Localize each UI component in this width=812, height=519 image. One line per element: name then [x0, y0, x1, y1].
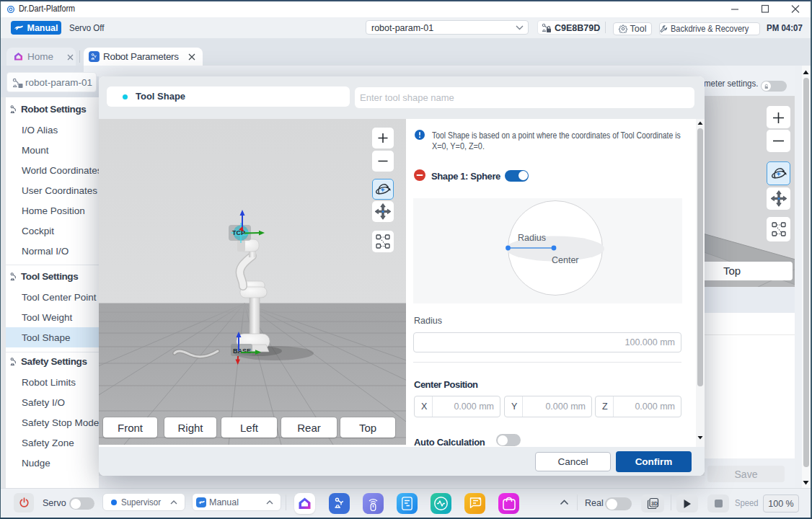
svg-text:Center: Center [552, 255, 579, 265]
svg-text:Radius: Radius [518, 233, 546, 243]
svg-text:3D: 3D [651, 501, 658, 506]
svg-text:BASE: BASE [233, 347, 251, 355]
